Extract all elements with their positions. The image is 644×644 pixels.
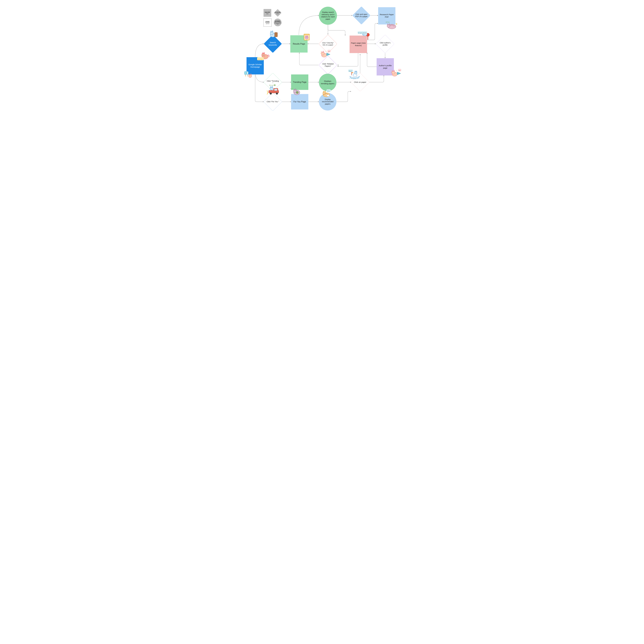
svg-marker-28 (327, 53, 330, 56)
svg-point-5 (264, 55, 264, 55)
node-click-on-paper-label: Click on paper (353, 80, 367, 84)
node-for-you-page-label: For You Page (293, 99, 307, 104)
legend-rounded-sub: change in system state (274, 23, 282, 24)
svg-point-57 (362, 32, 365, 35)
legend-diamond-sub: action (275, 13, 281, 14)
svg-point-56 (362, 33, 367, 36)
flow-canvas: SQUARE page DIAMONDaction DASHED BORDER … (240, 0, 404, 117)
node-research-pdf-label: Research Paper PDF (378, 12, 395, 19)
node-click-author-label: Click author's profile (378, 41, 393, 47)
svg-marker-59 (364, 32, 365, 32)
node-cited-by-label: Click “Cited By” link of a paper (320, 41, 335, 47)
svg-point-61 (387, 25, 390, 27)
svg-marker-16 (270, 31, 272, 32)
legend-dashed-title: DASHED BORDER (264, 21, 271, 23)
sticker-yay-2-label: yay! (399, 70, 401, 71)
node-related-papers: Click “Related Papers” (319, 56, 337, 74)
legend-square: SQUARE page (264, 9, 271, 17)
sticker-ship-it-label: ship it! (349, 70, 352, 72)
svg-rect-54 (368, 35, 368, 40)
node-research-pdf: Research Paper PDF (378, 7, 395, 24)
svg-rect-7 (244, 71, 246, 75)
node-homepage-label: Google Scholar Homepage (247, 62, 264, 69)
legend-diamond-title: DIAMOND (275, 12, 281, 13)
node-displays-trending-label: Displays trending papers (320, 79, 336, 86)
node-click-author: Click author's profile (376, 35, 395, 53)
node-author-page-label: Author's profile page (377, 63, 394, 70)
sticker-pin-it-label: let's put a pin in it! (358, 32, 367, 33)
node-trending-page: Trending Page (291, 74, 308, 90)
svg-rect-10 (247, 75, 248, 77)
svg-point-4 (262, 55, 263, 55)
legend-square-sub: page (266, 13, 269, 14)
svg-marker-2 (262, 53, 263, 54)
svg-marker-17 (272, 31, 273, 32)
node-open-pdf-label: Click and open PDF of a paper (354, 12, 369, 19)
legend-diamond: DIAMONDaction (274, 9, 282, 17)
legend-dashed-sub: optional (266, 23, 269, 24)
node-paper-page: Paper page (new feature) (350, 36, 367, 53)
node-click-for-you-label: Click “For You ” (266, 100, 280, 104)
node-search-keywords-label: Search keywords (265, 40, 280, 47)
svg-point-60 (388, 24, 396, 29)
svg-marker-53 (356, 71, 357, 72)
node-display-recommended-label: Display recommended papers (320, 97, 336, 106)
node-search-relevancy: Display search relevancy and # citations… (319, 7, 337, 25)
node-open-pdf: Click and open PDF of a paper (352, 6, 370, 24)
node-display-recommended: Display recommended papers (319, 93, 336, 111)
node-results-page: Results Page (290, 35, 308, 53)
node-trending-page-label: Trending Page (292, 80, 307, 84)
svg-point-11 (249, 74, 252, 78)
legend-rounded: ROUNDED RECTANGLE change in system state (274, 19, 282, 26)
node-click-on-paper: Click on paper (351, 73, 370, 92)
svg-rect-9 (245, 75, 246, 77)
node-results-page-label: Results Page (292, 42, 306, 46)
node-search-keywords: Search keywords (264, 35, 282, 53)
node-search-relevancy-label: Display search relevancy and # citations… (319, 10, 337, 21)
node-for-you-page: For You Page (291, 94, 308, 109)
node-click-for-you: Click “For You ” (263, 92, 282, 111)
legend-rounded-title: ROUNDED RECTANGLE (274, 20, 282, 22)
svg-point-15 (270, 32, 273, 35)
svg-marker-68 (397, 72, 401, 75)
node-click-trending-label: Click “Trending ” (265, 79, 280, 86)
node-displays-trending: Displays trending papers (319, 74, 336, 91)
node-author-page: Author's profile page (377, 58, 394, 75)
svg-point-41 (296, 91, 298, 94)
node-click-trending: Click “Trending ” (263, 73, 282, 92)
legend-dashed: DASHED BORDER optional (264, 19, 272, 27)
node-paper-page-label: Paper page (new feature) (350, 41, 367, 48)
node-related-papers-label: Click “Related Papers” (320, 62, 335, 68)
node-cited-by: Click “Cited By” link of a paper (319, 35, 337, 53)
svg-point-42 (297, 92, 298, 93)
svg-marker-45 (323, 91, 324, 92)
legend-square-title: SQUARE (265, 12, 270, 13)
svg-marker-52 (355, 71, 356, 72)
svg-point-38 (293, 90, 296, 93)
svg-marker-58 (362, 32, 363, 33)
node-homepage: Google Scholar Homepage (247, 57, 264, 74)
svg-point-1 (262, 53, 265, 57)
